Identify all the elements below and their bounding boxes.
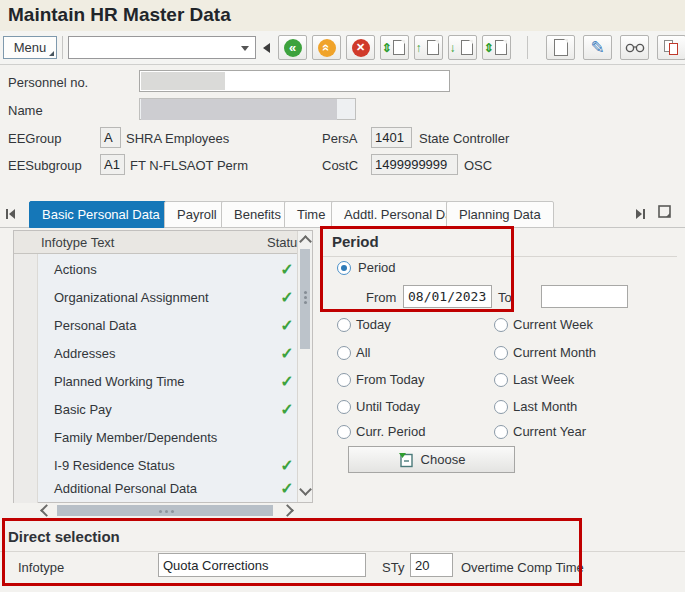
radio-current-week[interactable] (494, 318, 508, 332)
eegroup-label: EEGroup (8, 131, 61, 146)
infotype-name: Additional Personal Data (54, 475, 197, 503)
direct-selection-title: Direct selection (8, 528, 120, 545)
exit-button[interactable]: « (312, 35, 341, 60)
command-input[interactable] (71, 38, 235, 59)
copy-button[interactable] (657, 35, 685, 60)
radio-until-today[interactable] (337, 400, 351, 414)
eesubgroup-label: EESubgroup (8, 158, 82, 173)
radio-period-label: Period (358, 260, 396, 275)
scrollbar-thumb[interactable] (300, 249, 310, 349)
to-label: To (498, 290, 512, 305)
radio-today[interactable] (337, 318, 351, 332)
radio-curr-period-label: Curr. Period (356, 424, 425, 439)
table-row[interactable]: Family Member/Dependents (39, 424, 297, 452)
tab-scroll-first-icon[interactable] (6, 209, 15, 219)
scroll-previous-icon: ↑ (419, 40, 439, 56)
infotype-table-header: Infotype Text Statu (14, 231, 312, 254)
table-row[interactable]: Basic Pay✓ (39, 396, 297, 424)
table-row[interactable]: Addresses✓ (39, 340, 297, 368)
scroll-left-icon[interactable] (40, 504, 53, 517)
infotype-name: Addresses (54, 340, 115, 368)
scroll-last-button[interactable]: ⇕ (482, 35, 511, 60)
from-date-input[interactable] (403, 285, 492, 308)
infotype-name: Personal Data (54, 312, 136, 340)
vertical-scrollbar[interactable] (297, 231, 312, 502)
menu-button[interactable]: Menu (3, 36, 57, 59)
table-row[interactable]: Additional Personal Data✓ (39, 475, 297, 503)
radio-last-week[interactable] (494, 373, 508, 387)
scroll-previous-button[interactable]: ↑ (414, 35, 443, 60)
scroll-up-icon[interactable] (299, 235, 312, 248)
infotype-name: Actions (54, 256, 97, 284)
choose-button-label: Choose (421, 452, 466, 467)
table-row[interactable]: Personal Data✓ (39, 312, 297, 340)
horizontal-scrollbar[interactable] (38, 504, 296, 517)
redaction-block (141, 99, 337, 120)
radio-current-year[interactable] (494, 425, 508, 439)
page-title: Maintain HR Master Data (8, 4, 231, 26)
costc-label: CostC (322, 158, 358, 173)
personnel-no-label: Personnel no. (8, 75, 88, 90)
scroll-down-icon[interactable] (299, 483, 312, 496)
infotype-name: Organizational Assignment (54, 284, 209, 312)
radio-period[interactable] (337, 261, 351, 275)
cancel-button[interactable]: ✕ (346, 35, 375, 60)
choose-icon (398, 452, 414, 468)
sty-input[interactable] (410, 553, 453, 577)
create-icon (554, 39, 568, 56)
chevron-down-icon[interactable] (241, 46, 249, 51)
persa-value[interactable]: 1401 (371, 127, 412, 148)
copy-icon (664, 40, 680, 56)
sty-label: STy (382, 560, 404, 575)
radio-all-label: All (356, 345, 370, 360)
back-button[interactable]: « (278, 35, 307, 60)
change-button[interactable]: ✎ (583, 35, 612, 60)
scroll-right-icon[interactable] (281, 504, 294, 517)
personnel-no-field[interactable] (139, 70, 450, 92)
name-field (139, 98, 356, 120)
scrollbar-thumb[interactable] (57, 505, 273, 516)
costc-value[interactable]: 1499999999 (371, 154, 458, 175)
sty-text: Overtime Comp Time (461, 560, 584, 575)
to-date-input[interactable] (541, 285, 628, 308)
period-section-title: Period (332, 233, 379, 250)
title-bar: Maintain HR Master Data (0, 0, 685, 31)
radio-from-today[interactable] (337, 373, 351, 387)
menu-button-label: Menu (14, 40, 47, 55)
sap-window: Maintain HR Master Data Menu « « ✕ ⇕ ↑ ↓ (0, 0, 685, 592)
command-field[interactable] (68, 36, 256, 59)
radio-curr-period[interactable] (337, 425, 351, 439)
radio-last-month[interactable] (494, 400, 508, 414)
costc-text: OSC (464, 158, 492, 173)
create-button[interactable] (546, 35, 575, 60)
persa-label: PersA (322, 131, 357, 146)
row-selector-column[interactable] (14, 254, 38, 503)
display-button[interactable] (620, 35, 649, 60)
radio-from-today-label: From Today (356, 372, 424, 387)
table-row[interactable]: Planned Working Time✓ (39, 368, 297, 396)
radio-all[interactable] (337, 346, 351, 360)
radio-current-year-label: Current Year (513, 424, 586, 439)
tab-scroll-last-icon[interactable] (636, 209, 645, 219)
infotype-label: Infotype (18, 560, 64, 575)
radio-last-week-label: Last Week (513, 372, 574, 387)
eesubgroup-value[interactable]: A1 (100, 154, 125, 175)
persa-text: State Controller (419, 131, 509, 146)
radio-current-month[interactable] (494, 346, 508, 360)
scroll-first-button[interactable]: ⇕ (380, 35, 409, 60)
collapse-toolbar-icon[interactable] (263, 43, 270, 53)
infotype-name: Basic Pay (54, 396, 112, 424)
scroll-next-button[interactable]: ↓ (448, 35, 477, 60)
choose-button[interactable]: Choose (348, 446, 515, 473)
table-row[interactable]: Organizational Assignment✓ (39, 284, 297, 312)
eegroup-value[interactable]: A (100, 127, 121, 148)
tab-basic-personal-data[interactable]: Basic Personal Data (29, 201, 173, 228)
scroll-last-icon: ⇕ (487, 40, 507, 56)
table-row[interactable]: Actions✓ (39, 256, 297, 284)
infotype-input[interactable] (158, 553, 366, 577)
tab-planning-data[interactable]: Planning Data (446, 201, 554, 228)
radio-until-today-label: Until Today (356, 399, 420, 414)
tab-payroll[interactable]: Payroll (164, 201, 230, 228)
tab-layout-icon[interactable] (657, 204, 673, 220)
eegroup-text: SHRA Employees (126, 131, 229, 146)
